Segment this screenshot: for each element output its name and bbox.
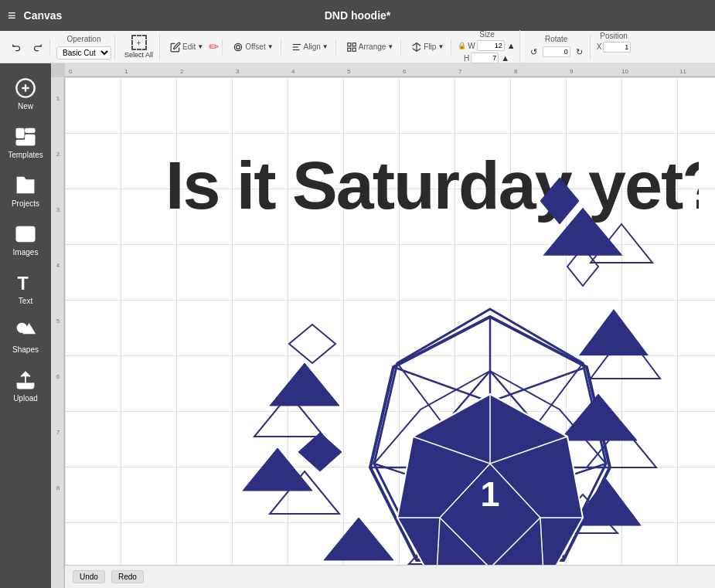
size-h-increment[interactable]: ▲ — [500, 53, 510, 63]
canvas-area[interactable]: 0 1 2 3 4 5 6 7 8 9 10 11 1 2 3 — [51, 63, 715, 588]
offset-button[interactable]: Offset ▼ — [229, 39, 277, 55]
size-w-increment[interactable]: ▲ — [506, 40, 516, 51]
offset-group: Offset ▼ — [226, 39, 281, 55]
sidebar: New Templates Projects Images T Text Sha… — [0, 63, 51, 588]
svg-text:7: 7 — [458, 68, 462, 75]
svg-text:2: 2 — [180, 68, 184, 75]
svg-rect-13 — [16, 129, 23, 138]
svg-text:2: 2 — [56, 151, 60, 158]
svg-text:T: T — [18, 274, 29, 294]
sidebar-item-new[interactable]: New — [3, 71, 48, 117]
svg-text:3: 3 — [56, 206, 60, 213]
document-title: DND hoodie* — [325, 9, 391, 22]
svg-point-1 — [237, 45, 240, 49]
canvas-label: Canvas — [24, 9, 63, 22]
svg-rect-7 — [352, 48, 356, 51]
svg-rect-14 — [26, 129, 35, 133]
canvas-grid[interactable]: Is it Saturday yet? — [65, 77, 715, 565]
svg-marker-87 — [289, 325, 335, 363]
top-bar: ≡ Canvas DND hoodie* — [0, 0, 715, 31]
operation-group: Operation Basic Cut — [53, 35, 115, 59]
svg-text:4: 4 — [56, 262, 60, 269]
svg-text:0: 0 — [69, 68, 73, 75]
svg-rect-17 — [16, 227, 34, 242]
svg-text:3: 3 — [236, 68, 240, 75]
arrange-button[interactable]: Arrange ▼ — [342, 39, 398, 55]
svg-text:1: 1 — [124, 68, 128, 75]
svg-marker-88 — [298, 433, 342, 471]
main-content: New Templates Projects Images T Text Sha… — [0, 63, 715, 588]
select-all-button[interactable]: + Select All — [121, 33, 156, 60]
svg-rect-15 — [26, 135, 35, 141]
svg-point-0 — [235, 43, 242, 50]
redo-bottom-button[interactable]: Redo — [111, 570, 144, 583]
position-label: Position — [600, 32, 628, 40]
sidebar-item-upload-label: Upload — [13, 394, 38, 403]
flip-button[interactable]: Flip ▼ — [407, 39, 448, 55]
position-group: Position X Y — [594, 32, 635, 63]
svg-line-59 — [490, 367, 587, 402]
arrange-group: Arrange ▼ — [339, 39, 402, 55]
position-x-input[interactable] — [603, 42, 631, 53]
toolbar: Operation Basic Cut + Select All Edit ▼ … — [0, 31, 715, 63]
sidebar-item-upload[interactable]: Upload — [3, 363, 48, 409]
undo-bottom-button[interactable]: Undo — [73, 570, 105, 583]
size-label: Size — [479, 30, 494, 39]
undo-redo-group — [5, 39, 50, 55]
rotate-right-button[interactable]: ↻ — [572, 45, 587, 59]
rotate-label: Rotate — [545, 35, 567, 43]
size-width-input[interactable] — [477, 40, 505, 51]
bottom-bar: Undo Redo — [65, 565, 715, 588]
sidebar-item-shapes[interactable]: Shapes — [3, 314, 48, 360]
svg-rect-6 — [352, 42, 356, 46]
svg-text:Is it Saturday yet?: Is it Saturday yet? — [165, 147, 699, 223]
select-all-icon: + — [131, 35, 147, 50]
svg-rect-8 — [348, 48, 351, 51]
svg-text:5: 5 — [347, 68, 351, 75]
svg-text:5: 5 — [56, 318, 60, 325]
svg-text:6: 6 — [403, 68, 407, 75]
ruler-corner — [51, 63, 65, 77]
pencil-icon: ✏ — [209, 39, 219, 54]
svg-line-58 — [393, 367, 490, 402]
svg-marker-83 — [324, 518, 393, 560]
align-group: Align ▼ — [284, 39, 336, 55]
svg-text:8: 8 — [56, 484, 60, 491]
sidebar-item-images-label: Images — [13, 248, 39, 257]
ruler-left: 1 2 3 4 5 6 7 8 — [51, 77, 65, 588]
select-all-group: + Select All — [118, 33, 160, 60]
svg-text:1: 1 — [56, 95, 60, 102]
menu-button[interactable]: ≡ — [8, 8, 16, 24]
svg-text:9: 9 — [570, 68, 574, 75]
rotate-group: Rotate ↺ ↻ — [523, 35, 591, 59]
svg-text:8: 8 — [514, 68, 518, 75]
svg-text:11: 11 — [679, 68, 686, 75]
svg-point-18 — [20, 230, 24, 234]
operation-select[interactable]: Basic Cut — [56, 46, 111, 59]
svg-marker-79 — [270, 363, 339, 406]
svg-rect-5 — [348, 42, 351, 46]
redo-button[interactable] — [28, 39, 46, 55]
sidebar-item-shapes-label: Shapes — [12, 345, 39, 354]
sidebar-item-templates[interactable]: Templates — [3, 120, 48, 165]
size-height-input[interactable] — [471, 53, 499, 63]
edit-button[interactable]: Edit ▼ — [166, 39, 207, 55]
svg-rect-23 — [65, 63, 715, 77]
size-group: Size 🔒 W ▲ H ▲ — [455, 30, 519, 63]
edit-group: Edit ▼ ✏ — [163, 39, 223, 55]
svg-rect-16 — [16, 141, 34, 145]
lock-icon: 🔒 — [458, 42, 466, 49]
sidebar-item-projects-label: Projects — [12, 199, 39, 208]
design-canvas: Is it Saturday yet? — [142, 116, 699, 565]
rotate-left-button[interactable]: ↺ — [526, 45, 541, 59]
undo-button[interactable] — [8, 39, 26, 55]
align-button[interactable]: Align ▼ — [288, 39, 332, 55]
sidebar-item-text-label: Text — [19, 297, 32, 305]
sidebar-item-projects[interactable]: Projects — [3, 168, 48, 214]
sidebar-item-text[interactable]: T Text — [3, 266, 48, 311]
svg-text:4: 4 — [291, 68, 295, 75]
rotate-input[interactable] — [543, 46, 570, 57]
sidebar-item-images[interactable]: Images — [3, 217, 48, 263]
svg-text:1: 1 — [480, 474, 499, 514]
ruler-top: 0 1 2 3 4 5 6 7 8 9 10 11 — [65, 63, 715, 77]
